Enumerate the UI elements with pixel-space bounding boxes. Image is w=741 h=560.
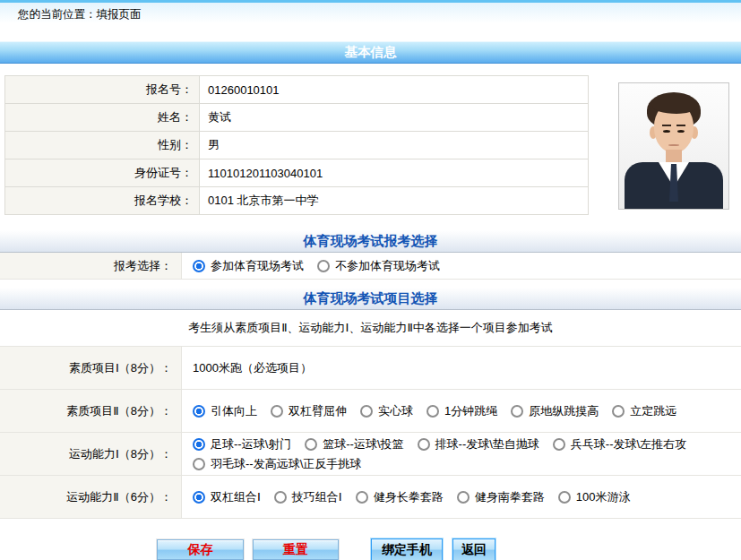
radio-label: 兵乓球--发球\左推右攻 xyxy=(571,436,686,452)
radio-unselected-icon[interactable] xyxy=(558,491,571,504)
radio-option-item-1[interactable]: 原地纵跳摸高 xyxy=(511,403,599,419)
radio-label: 健身南拳套路 xyxy=(475,489,545,505)
exam-choice-title: 体育现场考试报考选择 xyxy=(304,233,438,248)
item-row: 运动能力Ⅱ（6分）：双杠组合Ⅰ技巧组合Ⅰ健身长拳套路健身南拳套路100米游泳 xyxy=(0,476,741,519)
fixed-item-text: 1000米跑（必选项目） xyxy=(193,360,312,376)
table-row: 姓名：黄试 xyxy=(5,104,589,132)
radio-label: 不参加体育现场考试 xyxy=(335,258,440,274)
radio-unselected-icon[interactable] xyxy=(271,405,283,418)
field-label: 性别： xyxy=(5,132,200,159)
radio-unselected-icon[interactable] xyxy=(427,405,439,418)
exam-choice-row: 报考选择： 参加体育现场考试不参加体育现场考试 xyxy=(0,253,741,280)
table-row: 报名学校：0101 北京市第一中学 xyxy=(5,187,589,215)
radio-unselected-icon[interactable] xyxy=(317,260,330,272)
field-value: 01260010101 xyxy=(200,76,589,104)
field-value: 黄试 xyxy=(200,104,589,132)
breadcrumb: 您的当前位置：填报页面 xyxy=(18,7,142,22)
radio-selected-icon[interactable] xyxy=(193,405,205,418)
button-bar: 保存重置绑定手机返回 xyxy=(157,538,741,560)
radio-unselected-icon[interactable] xyxy=(305,438,317,451)
radio-option-item-3[interactable]: 健身长拳套路 xyxy=(356,489,444,505)
radio-selected-icon[interactable] xyxy=(193,491,205,504)
radio-unselected-icon[interactable] xyxy=(612,405,625,418)
radio-label: 篮球--运球\投篮 xyxy=(323,436,403,452)
radio-option-item-3[interactable]: 技巧组合Ⅰ xyxy=(274,489,342,505)
radio-label: 健身长拳套路 xyxy=(374,489,444,505)
radio-label: 排球--发球\垫自抛球 xyxy=(435,436,539,452)
item-row: 素质项目Ⅱ（8分）：引体向上双杠臂屈伸实心球1分钟跳绳原地纵跳摸高立定跳远 xyxy=(0,390,741,433)
exam-choice-row-label: 报考选择： xyxy=(0,253,182,279)
basic-info-table-body: 报名号：01260010101姓名：黄试性别：男身份证号：11010120110… xyxy=(5,76,589,215)
field-value: 0101 北京市第一中学 xyxy=(200,187,589,215)
radio-option-exam-choice[interactable]: 不参加体育现场考试 xyxy=(317,258,440,274)
radio-option-item-3[interactable]: 健身南拳套路 xyxy=(457,489,545,505)
radio-option-item-2[interactable]: 足球--运球\射门 xyxy=(193,436,291,452)
basic-info-header: 基本信息 xyxy=(0,41,741,64)
radio-unselected-icon[interactable] xyxy=(360,405,373,418)
radio-selected-icon[interactable] xyxy=(193,438,205,451)
radio-label: 1分钟跳绳 xyxy=(444,403,497,419)
radio-option-item-2[interactable]: 篮球--运球\投篮 xyxy=(305,436,403,452)
radio-unselected-icon[interactable] xyxy=(418,438,430,451)
field-label: 报名学校： xyxy=(5,187,200,215)
radio-unselected-icon[interactable] xyxy=(193,458,205,470)
radio-label: 双杠臂屈伸 xyxy=(289,403,347,419)
radio-option-item-3[interactable]: 双杠组合Ⅰ xyxy=(193,489,261,505)
radio-option-item-1[interactable]: 引体向上 xyxy=(193,403,257,419)
item-rows: 素质项目Ⅰ（8分）：1000米跑（必选项目）素质项目Ⅱ（8分）：引体向上双杠臂屈… xyxy=(0,347,741,519)
item-row: 素质项目Ⅰ（8分）：1000米跑（必选项目） xyxy=(0,347,741,390)
bind-phone-button[interactable]: 绑定手机 xyxy=(371,538,443,560)
field-value: 110101201103040101 xyxy=(200,159,589,187)
radio-selected-icon[interactable] xyxy=(193,260,205,272)
field-label: 报名号： xyxy=(5,76,200,104)
radio-option-item-3[interactable]: 100米游泳 xyxy=(558,489,631,505)
save-button[interactable]: 保存 xyxy=(157,539,244,560)
item-row-label: 运动能力Ⅰ（8分）： xyxy=(0,433,182,475)
exam-choice-options: 参加体育现场考试不参加体育现场考试 xyxy=(182,255,741,277)
radio-label: 引体向上 xyxy=(211,403,257,419)
photo-eyebrow xyxy=(662,125,671,126)
item-row-label: 素质项目Ⅰ（8分）： xyxy=(0,347,182,389)
radio-option-item-2[interactable]: 羽毛球--发高远球\正反手挑球 xyxy=(193,456,361,472)
field-label: 姓名： xyxy=(5,104,200,132)
table-row: 身份证号：110101201103040101 xyxy=(5,159,589,187)
radio-label: 原地纵跳摸高 xyxy=(529,403,599,419)
radio-option-exam-choice[interactable]: 参加体育现场考试 xyxy=(193,258,304,274)
photo-eyebrow xyxy=(676,125,685,126)
radio-unselected-icon[interactable] xyxy=(457,491,470,504)
radio-label: 羽毛球--发高远球\正反手挑球 xyxy=(211,456,361,472)
back-button[interactable]: 返回 xyxy=(452,538,495,560)
radio-unselected-icon[interactable] xyxy=(553,438,565,451)
basic-info-table: 报名号：01260010101姓名：黄试性别：男身份证号：11010120110… xyxy=(4,75,589,215)
radio-unselected-icon[interactable] xyxy=(511,405,523,418)
radio-option-item-2[interactable]: 排球--发球\垫自抛球 xyxy=(418,436,539,452)
field-value: 男 xyxy=(200,132,589,159)
radio-label: 100米游泳 xyxy=(576,489,631,505)
radio-unselected-icon[interactable] xyxy=(356,491,368,504)
field-label: 身份证号： xyxy=(5,159,200,187)
radio-option-item-1[interactable]: 实心球 xyxy=(360,403,413,419)
exam-choice-header: 体育现场考试报考选择 xyxy=(0,230,741,253)
radio-label: 双杠组合Ⅰ xyxy=(211,489,261,505)
item-row-value: 双杠组合Ⅰ技巧组合Ⅰ健身长拳套路健身南拳套路100米游泳 xyxy=(182,487,741,508)
radio-unselected-icon[interactable] xyxy=(274,491,287,504)
fill-in-page: 您的当前位置：填报页面 基本信息 报名号：01260010101姓名：黄试性别：… xyxy=(0,0,741,560)
photo-eye xyxy=(663,130,670,133)
photo-eye xyxy=(677,130,685,133)
item-choice-note: 考生须从素质项目Ⅱ、运动能力Ⅰ、运动能力Ⅱ中各选择一个项目参加考试 xyxy=(188,320,553,336)
item-row-label: 运动能力Ⅱ（6分）： xyxy=(0,476,182,518)
item-choice-title: 体育现场考试项目选择 xyxy=(304,290,438,306)
item-choice-note-row: 考生须从素质项目Ⅱ、运动能力Ⅰ、运动能力Ⅱ中各选择一个项目参加考试 xyxy=(0,310,741,347)
radio-option-item-1[interactable]: 立定跳远 xyxy=(612,403,676,419)
basic-info-title: 基本信息 xyxy=(345,45,397,59)
item-choice-header: 体育现场考试项目选择 xyxy=(0,288,741,310)
reset-button[interactable]: 重置 xyxy=(253,539,339,560)
radio-label: 技巧组合Ⅰ xyxy=(292,489,342,505)
radio-option-item-1[interactable]: 双杠臂屈伸 xyxy=(271,403,347,419)
table-row: 报名号：01260010101 xyxy=(5,76,589,104)
radio-option-item-1[interactable]: 1分钟跳绳 xyxy=(427,403,497,419)
item-row-label: 素质项目Ⅱ（8分）： xyxy=(0,390,182,432)
radio-label: 立定跳远 xyxy=(630,403,676,419)
radio-label: 参加体育现场考试 xyxy=(211,258,304,274)
radio-option-item-2[interactable]: 兵乓球--发球\左推右攻 xyxy=(553,436,686,452)
